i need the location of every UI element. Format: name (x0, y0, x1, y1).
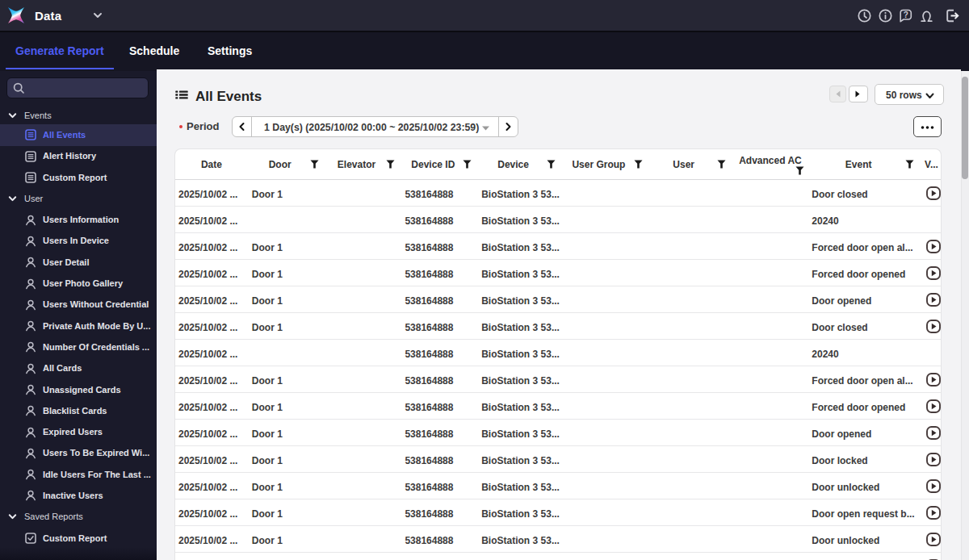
svg-text:?: ? (904, 10, 908, 19)
